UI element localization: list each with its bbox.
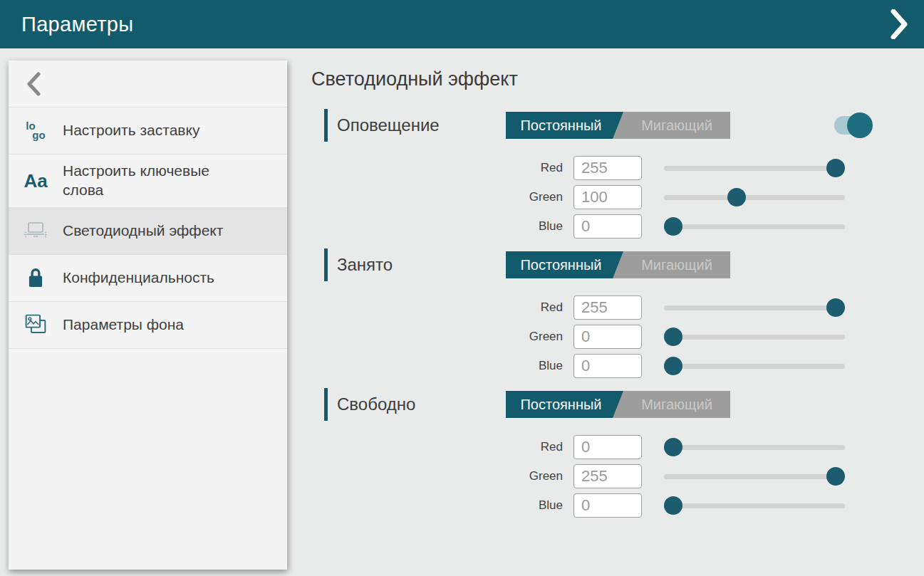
section-title: Занято: [337, 255, 506, 275]
mode-segmented-control: Постоянный Мигающий: [506, 391, 730, 418]
channel-row-red: Red: [310, 432, 924, 461]
sidebar-item-background[interactable]: Параметры фона: [9, 302, 287, 349]
blue-value-input[interactable]: [573, 493, 642, 518]
slider-knob[interactable]: [664, 496, 682, 515]
slider-track: [664, 445, 845, 450]
slider-track: [664, 224, 845, 229]
red-value-input[interactable]: [573, 435, 642, 459]
channel-label: Blue: [310, 359, 563, 373]
channel-row-green: Green: [310, 182, 924, 211]
sidebar-item-splash-screen[interactable]: lo go Настроить заставку: [9, 108, 287, 155]
blue-value-input[interactable]: [573, 354, 642, 378]
mode-segmented-control: Постоянный Мигающий: [506, 112, 730, 139]
notification-toggle-switch[interactable]: [834, 112, 873, 138]
red-value-input[interactable]: [573, 295, 642, 320]
sidebar-item-label: Конфиденциальность: [63, 268, 214, 288]
section-title: Оповещение: [337, 115, 506, 135]
led-effect-panel: Светодиодный эффект Оповещение Постоянны…: [310, 68, 924, 528]
section-title: Свободно: [337, 394, 506, 414]
slider-knob[interactable]: [664, 438, 682, 456]
red-slider[interactable]: [664, 298, 845, 317]
slider-track: [664, 335, 845, 340]
section-free: Свободно Постоянный Мигающий Red Green: [310, 388, 924, 520]
sidebar-item-privacy[interactable]: Конфиденциальность: [9, 255, 287, 302]
slider-knob[interactable]: [826, 467, 845, 486]
channel-label: Blue: [310, 219, 563, 234]
slider-track: [664, 364, 845, 369]
channel-row-blue: Blue: [310, 351, 924, 380]
channel-label: Red: [310, 161, 563, 175]
channel-label: Green: [310, 469, 563, 483]
section-accent-bar: [324, 388, 328, 421]
slider-knob[interactable]: [727, 188, 746, 206]
mode-blinking-button[interactable]: Мигающий: [623, 391, 730, 418]
led-screen-icon: [9, 221, 63, 241]
slider-track: [664, 503, 845, 508]
page-title: Параметры: [21, 13, 133, 36]
green-value-input[interactable]: [573, 185, 642, 209]
chevron-right-icon-svg: [888, 9, 910, 39]
section-accent-bar: [324, 109, 328, 142]
blue-slider[interactable]: [664, 496, 845, 515]
blue-value-input[interactable]: [573, 214, 642, 239]
green-slider[interactable]: [664, 328, 845, 346]
logo-icon: lo go: [9, 122, 63, 140]
slider-track: [664, 166, 845, 171]
channel-row-green: Green: [310, 461, 924, 491]
sidebar-item-keywords[interactable]: Aa Настроить ключевые слова: [9, 155, 287, 208]
green-slider[interactable]: [664, 467, 845, 486]
slider-knob[interactable]: [664, 357, 682, 375]
red-value-input[interactable]: [573, 156, 642, 180]
mode-blinking-button[interactable]: Мигающий: [623, 112, 730, 139]
green-value-input[interactable]: [573, 464, 642, 488]
section-accent-bar: [324, 248, 328, 281]
mode-segmented-control: Постоянный Мигающий: [506, 251, 730, 278]
channel-row-green: Green: [310, 322, 924, 351]
slider-track: [664, 474, 845, 479]
section-busy: Занято Постоянный Мигающий Red Green: [310, 248, 924, 380]
green-value-input[interactable]: [573, 325, 642, 349]
slider-track: [664, 305, 845, 310]
channel-row-blue: Blue: [310, 491, 924, 520]
settings-sidebar: lo go Настроить заставку Aa Настроить кл…: [9, 61, 287, 570]
section-notification: Оповещение Постоянный Мигающий Red Green: [310, 109, 924, 241]
logo-icon-bottom-text: go: [32, 131, 45, 140]
green-slider[interactable]: [664, 188, 845, 206]
mode-blinking-button[interactable]: Мигающий: [623, 251, 730, 278]
app-header: Параметры: [0, 0, 924, 48]
channel-row-red: Red: [310, 293, 924, 322]
mode-solid-button[interactable]: Постоянный: [506, 112, 623, 139]
slider-knob[interactable]: [664, 217, 682, 236]
channel-label: Blue: [310, 498, 563, 513]
background-images-icon: [9, 313, 63, 337]
chevron-right-icon[interactable]: [888, 9, 910, 39]
sidebar-back-button[interactable]: [9, 61, 287, 108]
switch-knob: [847, 112, 873, 138]
blue-slider[interactable]: [664, 357, 845, 375]
chevron-left-icon: [26, 72, 41, 96]
red-slider[interactable]: [664, 438, 845, 456]
blue-slider[interactable]: [664, 217, 845, 236]
slider-knob[interactable]: [664, 328, 682, 346]
slider-track: [664, 195, 845, 200]
slider-knob[interactable]: [826, 298, 845, 317]
keywords-aa-icon: Aa: [9, 172, 63, 190]
sidebar-item-label: Светодиодный эффект: [63, 221, 223, 241]
channel-label: Red: [310, 440, 563, 454]
channel-row-red: Red: [310, 153, 924, 182]
mode-solid-button[interactable]: Постоянный: [506, 391, 623, 418]
red-slider[interactable]: [664, 159, 845, 177]
channel-row-blue: Blue: [310, 211, 924, 241]
panel-title: Светодиодный эффект: [311, 68, 924, 90]
channel-label: Green: [310, 190, 563, 204]
channel-label: Green: [310, 330, 563, 344]
sidebar-item-label: Настроить ключевые слова: [63, 162, 237, 200]
lock-icon: [9, 266, 63, 289]
channel-label: Red: [310, 300, 563, 315]
sidebar-item-led-effect[interactable]: Светодиодный эффект: [9, 208, 287, 255]
mode-solid-button[interactable]: Постоянный: [506, 251, 623, 278]
sidebar-item-label: Параметры фона: [63, 315, 184, 335]
slider-knob[interactable]: [826, 159, 845, 177]
sidebar-item-label: Настроить заставку: [63, 121, 199, 140]
